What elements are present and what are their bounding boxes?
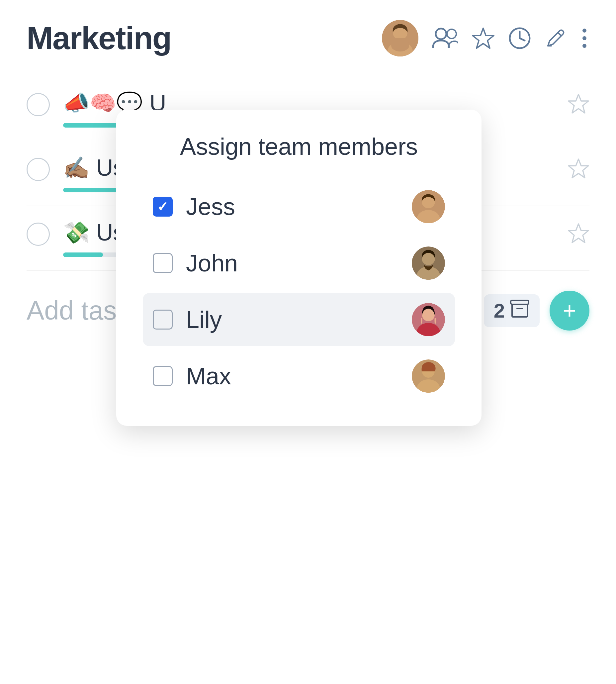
popup-title: Assign team members: [143, 133, 455, 160]
svg-rect-17: [511, 300, 529, 304]
member-item-john[interactable]: John: [143, 237, 455, 290]
svg-marker-5: [472, 28, 494, 48]
member-avatar-john: [412, 247, 445, 280]
assign-members-popup: Assign team members Jess: [116, 110, 482, 426]
member-avatar-jess: [412, 190, 445, 223]
member-list: Jess John: [143, 180, 455, 403]
svg-line-9: [558, 33, 561, 36]
task-complete-checkbox[interactable]: [26, 93, 50, 116]
add-icon: +: [563, 299, 576, 322]
member-name-john: John: [186, 250, 398, 277]
member-checkbox-john[interactable]: [153, 253, 173, 273]
member-name-max: Max: [186, 362, 398, 390]
main-content: 📣🧠💬 U ✍🏽 User s: [0, 70, 616, 350]
member-avatar-max: [412, 360, 445, 393]
member-item-max[interactable]: Max: [143, 349, 455, 403]
member-checkbox-max[interactable]: [153, 366, 173, 386]
member-checkbox-jess[interactable]: [153, 197, 173, 217]
member-name-lily: Lily: [186, 306, 398, 333]
edit-icon[interactable]: [545, 27, 566, 49]
more-icon[interactable]: [579, 26, 590, 50]
svg-point-13: [582, 44, 587, 48]
task-star[interactable]: [568, 93, 590, 120]
add-task-button[interactable]: +: [550, 291, 590, 330]
task-progress-fill: [63, 188, 123, 192]
page-title: Marketing: [26, 20, 171, 57]
user-avatar[interactable]: [382, 20, 418, 57]
header-actions: [382, 20, 590, 57]
add-task-right: 2 +: [484, 291, 590, 330]
task-emoji: ✍🏽: [63, 155, 90, 180]
archive-badge[interactable]: 2: [484, 294, 540, 327]
header: Marketing: [0, 0, 616, 70]
member-item-jess[interactable]: Jess: [143, 180, 455, 233]
archive-count: 2: [494, 299, 505, 322]
svg-point-11: [582, 28, 587, 33]
task-complete-checkbox[interactable]: [26, 158, 50, 181]
svg-point-4: [447, 29, 456, 39]
task-emoji: 💸: [63, 220, 90, 245]
task-progress-fill: [63, 253, 103, 257]
svg-marker-14: [569, 94, 589, 113]
member-name-jess: Jess: [186, 193, 398, 220]
svg-marker-15: [569, 159, 589, 178]
member-checkbox-lily[interactable]: [153, 309, 173, 329]
member-avatar-lily: [412, 303, 445, 336]
member-item-lily[interactable]: Lily: [143, 293, 455, 346]
task-complete-checkbox[interactable]: [26, 222, 50, 246]
svg-marker-16: [569, 224, 589, 242]
svg-line-8: [520, 38, 525, 41]
star-icon[interactable]: [471, 26, 495, 50]
task-star[interactable]: [568, 222, 590, 250]
svg-point-12: [582, 36, 587, 40]
clock-icon[interactable]: [508, 26, 531, 50]
svg-point-3: [436, 28, 446, 39]
archive-icon: [510, 299, 530, 322]
task-star[interactable]: [568, 158, 590, 185]
members-icon[interactable]: [432, 26, 458, 50]
